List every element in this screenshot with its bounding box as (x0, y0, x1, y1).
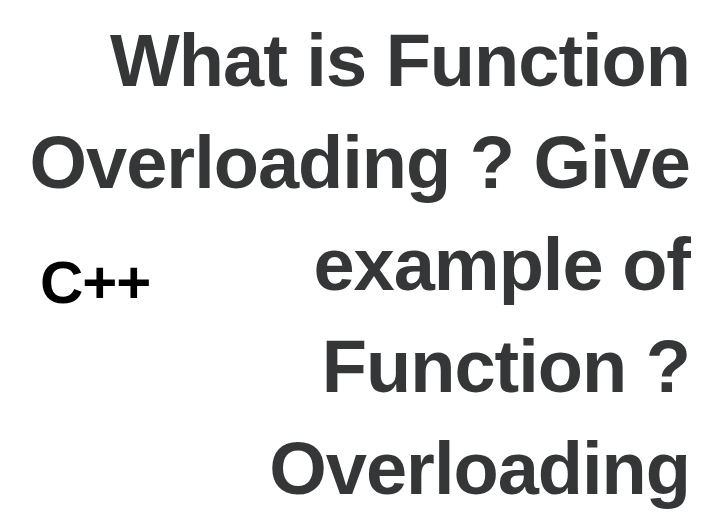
document-container: What is Function Overloading ? Give exam… (0, 0, 720, 531)
language-label: C++ (40, 248, 150, 317)
